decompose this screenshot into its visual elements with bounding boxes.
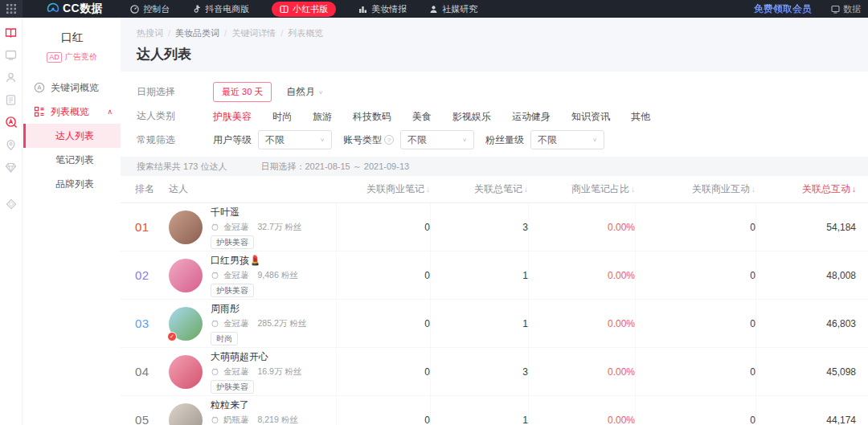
nav-social-label: 社媒研究 bbox=[442, 3, 477, 15]
avatar[interactable] bbox=[169, 259, 203, 292]
free-membership-link[interactable]: 免费领取会员 bbox=[754, 2, 812, 16]
fans-count: 16.9万 粉丝 bbox=[258, 366, 302, 378]
column-header-total-engagement[interactable]: 关联总互动↓ bbox=[755, 176, 868, 202]
logo-text: CC数据 bbox=[63, 2, 103, 16]
nav-console[interactable]: 控制台 bbox=[130, 3, 170, 15]
search-a-icon[interactable] bbox=[5, 116, 18, 129]
fans-scale-select[interactable]: 不限∨ bbox=[530, 130, 604, 149]
dashboard-icon bbox=[130, 5, 139, 14]
category-tag: 护肤美容 bbox=[211, 235, 254, 249]
date-filter-row: 日期选择 最近 30 天 自然月 ∨ bbox=[137, 80, 868, 104]
nav-social-research[interactable]: 社媒研究 bbox=[429, 3, 477, 15]
verified-badge: ✓ bbox=[167, 332, 177, 341]
breadcrumb-item[interactable]: 热搜词 bbox=[137, 28, 163, 38]
ad-label: 广告竞价 bbox=[65, 51, 97, 63]
talent-cell: 大萌萌超开心 金冠薯 16.9万 粉丝 护肤美容 bbox=[167, 348, 336, 395]
user-icon[interactable] bbox=[5, 71, 18, 84]
chevron-up-icon[interactable]: ∧ bbox=[107, 108, 113, 116]
talent-cell: 口红男孩💄 金冠薯 9,486 粉丝 护肤美容 bbox=[167, 251, 336, 299]
category-option[interactable]: 知识资讯 bbox=[571, 111, 610, 122]
talent-cell: 粒粒来了 奶瓶薯 8,219 粉丝 其他 bbox=[167, 396, 336, 425]
table-row[interactable]: 01 千叶遥 金冠薯 32.7万 粉丝 护肤美容 0 3 0.00% bbox=[121, 203, 868, 251]
table-row[interactable]: 05 粒粒来了 奶瓶薯 8,219 粉丝 其他 0 1 0.00% bbox=[121, 396, 868, 425]
column-header-total-notes[interactable]: 关联总笔记↓ bbox=[430, 176, 528, 202]
date-quick-button[interactable]: 最近 30 天 bbox=[213, 82, 272, 102]
table-row[interactable]: 03 ✓ 周雨彤 金冠薯 285.2万 粉丝 时尚 0 1 0.00% bbox=[121, 300, 868, 348]
account-type-select[interactable]: 不限∨ bbox=[400, 130, 474, 149]
table-row[interactable]: 02 口红男孩💄 金冠薯 9,486 粉丝 护肤美容 0 1 0.00% bbox=[121, 251, 868, 300]
column-header-biz-engagement[interactable]: 关联商业互动↓ bbox=[635, 176, 755, 202]
sidebar-item-talent-list[interactable]: 达人列表 bbox=[23, 124, 121, 148]
avatar[interactable]: ✓ bbox=[169, 307, 203, 341]
caret-down-icon: ∨ bbox=[318, 88, 323, 94]
book-icon[interactable] bbox=[5, 26, 18, 39]
talent-cell: 千叶遥 金冠薯 32.7万 粉丝 护肤美容 bbox=[167, 203, 336, 251]
talent-name[interactable]: 周雨彤 bbox=[211, 302, 306, 316]
rank-cell: 01 bbox=[121, 203, 167, 251]
column-header-biz-ratio[interactable]: 商业笔记占比↓ bbox=[528, 176, 635, 202]
biz-engagement-value: 0 bbox=[635, 203, 755, 251]
main-area: 热搜词/美妆品类词/关键词详情/列表概览 达人列表 日期选择 最近 30 天 自… bbox=[121, 18, 868, 425]
ad-bid-link[interactable]: AD 广告竞价 bbox=[23, 51, 121, 63]
total-engagement-value: 48,008 bbox=[755, 251, 868, 299]
help-icon[interactable]: ? bbox=[384, 135, 394, 145]
biz-ratio-value: 0.00% bbox=[528, 251, 635, 299]
chat-window-icon[interactable] bbox=[5, 48, 18, 61]
date-mode-dropdown[interactable]: 自然月 ∨ bbox=[286, 85, 323, 99]
category-option[interactable]: 其他 bbox=[631, 111, 650, 122]
sidebar-item-note-list[interactable]: 笔记列表 bbox=[23, 148, 121, 172]
table-row[interactable]: 04 大萌萌超开心 金冠薯 16.9万 粉丝 护肤美容 0 3 0.00% bbox=[121, 348, 868, 396]
sidebar-item-list-overview[interactable]: 列表概览 ∧ bbox=[23, 100, 121, 124]
breadcrumb-item[interactable]: 关键词详情 bbox=[231, 28, 276, 38]
app-logo[interactable]: CC数据 bbox=[47, 2, 103, 16]
user-level-select[interactable]: 不限∨ bbox=[258, 130, 332, 149]
category-option[interactable]: 护肤美容 bbox=[213, 111, 252, 122]
category-option[interactable]: 运动健身 bbox=[512, 111, 551, 122]
nav-xiaohongshu[interactable]: 小红书版 bbox=[272, 2, 336, 17]
nav-beauty-intel[interactable]: 美妆情报 bbox=[358, 3, 407, 15]
level-badge-label: 金冠薯 bbox=[223, 318, 249, 329]
breadcrumb-separator: / bbox=[168, 28, 170, 38]
topbar-right: 免费领取会员 数据 bbox=[754, 2, 868, 16]
talent-name[interactable]: 口红男孩💄 bbox=[211, 254, 298, 268]
category-option[interactable]: 影视娱乐 bbox=[452, 111, 491, 122]
avatar[interactable] bbox=[169, 210, 203, 244]
filter-panel: 日期选择 最近 30 天 自然月 ∨ 达人类别 护肤美容时尚旅游科技数码美食影视… bbox=[121, 72, 868, 153]
page-title: 达人列表 bbox=[121, 39, 868, 72]
sort-desc-icon[interactable]: ↓ bbox=[852, 185, 856, 194]
book-badge-icon bbox=[280, 5, 289, 14]
category-option[interactable]: 科技数码 bbox=[353, 111, 391, 122]
sidebar-item-keyword-overview[interactable]: 关键词概览 bbox=[23, 76, 121, 100]
breadcrumb-item[interactable]: 列表概览 bbox=[288, 28, 323, 38]
total-notes-value: 3 bbox=[430, 203, 528, 251]
user-level-label: 用户等级 bbox=[213, 133, 252, 147]
talent-name[interactable]: 大萌萌超开心 bbox=[211, 350, 301, 364]
total-notes-value: 1 bbox=[430, 396, 528, 425]
category-option[interactable]: 旅游 bbox=[313, 111, 332, 122]
column-header-biz-notes[interactable]: 关联商业笔记↓ bbox=[336, 176, 430, 202]
breadcrumb-separator: / bbox=[224, 28, 227, 38]
rank-number: 01 bbox=[135, 220, 149, 234]
apps-grid-icon[interactable] bbox=[0, 0, 23, 18]
document-icon[interactable] bbox=[5, 93, 18, 106]
sidebar-menu: 关键词概览 列表概览 ∧ 达人列表 笔记列表 品牌列表 bbox=[23, 76, 121, 196]
breadcrumb-item[interactable]: 美妆品类词 bbox=[175, 28, 219, 38]
biz-ratio-value: 0.00% bbox=[528, 348, 635, 395]
gem-icon[interactable] bbox=[5, 161, 18, 174]
avatar[interactable] bbox=[169, 403, 203, 425]
column-header-rank: 排名 bbox=[121, 176, 167, 202]
talent-name[interactable]: 千叶遥 bbox=[211, 206, 301, 219]
data-screen-link[interactable]: 数据 bbox=[831, 3, 868, 15]
nav-xiaohongshu-label: 小红书版 bbox=[293, 3, 328, 15]
location-pin-icon[interactable] bbox=[5, 138, 18, 151]
total-engagement-value: 45,098 bbox=[755, 348, 868, 395]
nav-douyin-ecom[interactable]: 抖音电商版 bbox=[192, 3, 249, 15]
category-option[interactable]: 美食 bbox=[412, 111, 432, 122]
talent-name[interactable]: 粒粒来了 bbox=[211, 398, 298, 412]
avatar[interactable] bbox=[169, 355, 203, 389]
category-option[interactable]: 时尚 bbox=[272, 111, 292, 122]
diamond-icon[interactable] bbox=[5, 198, 18, 210]
fans-count: 9,486 粉丝 bbox=[258, 270, 298, 281]
sidebar-item-brand-list[interactable]: 品牌列表 bbox=[23, 172, 121, 196]
level-badge-icon bbox=[211, 367, 219, 376]
